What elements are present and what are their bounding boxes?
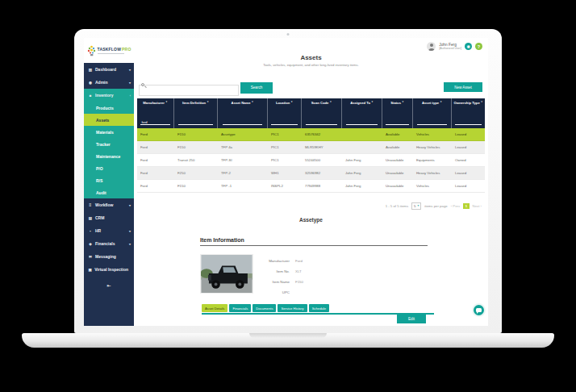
tab-documents[interactable]: Documents (253, 304, 276, 312)
filter-icon[interactable]: ▼ (290, 100, 293, 103)
sidebar-item-hr[interactable]: ▪ HR ▾ (84, 224, 134, 237)
sidebar-item-tracker[interactable]: Tracker (84, 138, 134, 150)
filter-icon[interactable]: ▼ (207, 100, 209, 103)
tab-schedule[interactable]: Schedule (309, 304, 329, 312)
filter-icon[interactable]: ▼ (165, 100, 168, 103)
table-row[interactable]: Ford F250 TFP-2 WH1 32596982 John Ferg U… (137, 167, 485, 180)
field-label: UPC (258, 290, 295, 294)
sidebar-item-materials[interactable]: Materials (84, 126, 134, 138)
field-label: Item Name (258, 280, 295, 284)
user-menu[interactable]: John Ferg [Authorized User] ✱ ? (427, 42, 482, 51)
next-page-button[interactable]: Next › (473, 204, 482, 208)
camera-icon: ▣ (88, 268, 92, 272)
avatar[interactable] (427, 42, 436, 51)
assets-table: Manufacturer▼ Item Definition▼ Asset Nam… (137, 98, 485, 193)
filter-input-asset-name[interactable] (223, 119, 263, 125)
sidebar-item-workflow[interactable]: ⠿ Workflow ▾ (84, 198, 134, 211)
sidebar-item-rs[interactable]: R/S (84, 174, 134, 186)
filter-input-ownership-type[interactable] (455, 119, 482, 125)
help-icon[interactable]: ? (475, 43, 482, 50)
pagination: 1 - 5 of 5 items 5 ▾ items per page ‹ Pr… (386, 202, 482, 210)
filter-icon[interactable]: ▼ (481, 100, 483, 103)
sidebar-item-label: Workflow (95, 202, 127, 207)
filter-input-asset-type[interactable] (417, 119, 448, 125)
filter-icon[interactable]: ▼ (329, 100, 332, 103)
sidebar-item-label: Messaging (95, 254, 128, 259)
tab-asset-details[interactable]: Asset Details (202, 304, 227, 312)
sidebar-item-audit[interactable]: Audit (84, 186, 134, 198)
table-header: Manufacturer▼ Item Definition▼ Asset Nam… (137, 98, 485, 128)
app-logo[interactable]: TASKFLOWPRO (84, 38, 134, 63)
column-header-ownership-type[interactable]: Ownership Type▼ (452, 98, 485, 128)
column-header-asset-name[interactable]: Asset Name▼ (218, 98, 268, 128)
table-row[interactable]: Ford F150 TFP 4a PIC1 MLR59KHY Available… (137, 141, 485, 154)
column-label: Assigned To (350, 101, 370, 105)
sidebar-item-dashboard[interactable]: ▥ Dashboard ▾ (84, 63, 134, 76)
sidebar-collapse-button[interactable]: ⇤ (84, 282, 134, 288)
filter-input-status[interactable] (386, 119, 409, 125)
current-page-button[interactable]: 1 (463, 203, 469, 209)
cell-ownership-type: Owned (452, 158, 485, 162)
cell-manufacturer: Ford (137, 184, 174, 188)
column-header-scan-code[interactable]: Scan Code▼ (302, 98, 342, 128)
new-asset-button[interactable]: New Asset (444, 82, 482, 92)
filter-icon[interactable]: ▼ (371, 100, 374, 103)
field-value: Ford (295, 259, 303, 263)
cell-manufacturer: Ford (137, 171, 174, 175)
table-row[interactable]: Ford F150 TFP -1 INSPL2 77949988 John Fe… (137, 180, 485, 193)
gear-icon[interactable]: ✱ (465, 43, 472, 50)
filter-icon[interactable]: ▼ (440, 100, 442, 103)
cell-item-definition: Transit 250 (174, 158, 218, 162)
webcam-dot (287, 33, 290, 35)
sidebar-item-products[interactable]: Products (84, 102, 134, 114)
column-header-asset-type[interactable]: Asset type▼ (413, 98, 452, 128)
column-header-manufacturer[interactable]: Manufacturer▼ (137, 98, 174, 128)
cell-asset-name: TFP-2 (218, 171, 268, 175)
sidebar-item-assets[interactable]: Assets (84, 114, 134, 126)
column-header-assigned-to[interactable]: Assigned To▼ (342, 98, 382, 128)
sidebar-item-crm[interactable]: ▤ CRM (84, 211, 134, 224)
chat-bubble-icon (476, 308, 482, 312)
sidebar-item-virtual-inspection[interactable]: ▣ Virtual Inspection (84, 263, 134, 276)
filter-input-manufacturer[interactable] (140, 119, 169, 125)
column-header-item-definition[interactable]: Item Definition▼ (174, 98, 218, 128)
user-icon: ◉ (88, 81, 93, 85)
search-button[interactable]: Search (240, 82, 273, 94)
people-icon: ▪ (88, 229, 93, 233)
sidebar-item-inventory[interactable]: ■ Inventory ‹ (84, 89, 134, 102)
chat-fab-button[interactable] (472, 303, 486, 317)
edit-button[interactable]: Edit (397, 315, 426, 323)
sidebar-item-po[interactable]: P/O (84, 162, 134, 174)
tab-financials[interactable]: Financials (229, 304, 251, 312)
filter-input-assigned-to[interactable] (346, 119, 378, 125)
search-input[interactable] (139, 85, 239, 96)
field-row: UPC (258, 287, 379, 298)
column-header-location[interactable]: Location▼ (268, 98, 302, 128)
cell-ownership-type: Leased (452, 171, 485, 175)
filter-input-location[interactable] (271, 119, 298, 125)
item-information-heading: Item Information (200, 237, 428, 246)
filter-icon[interactable]: ▼ (402, 100, 404, 103)
column-label: Asset Name (232, 101, 251, 105)
sidebar-item-maintenance[interactable]: Maintenance (84, 150, 134, 162)
logo-bulb-icon (87, 45, 96, 56)
field-label: Item No. (258, 269, 295, 273)
prev-page-button[interactable]: ‹ Prev (451, 204, 460, 208)
panel-icon: ▤ (88, 216, 93, 220)
filter-icon[interactable]: ▼ (252, 100, 254, 103)
table-row[interactable]: Ford F150 Assetype PIC1 63576342 Availab… (137, 128, 485, 141)
sidebar-item-label: CRM (95, 215, 128, 220)
logo-title-accent: PRO (122, 47, 131, 52)
cell-item-definition: F150 (174, 184, 218, 188)
sidebar-item-messaging[interactable]: ✉ Messaging (84, 250, 134, 263)
filter-input-scan-code[interactable] (306, 119, 337, 125)
filter-input-item-definition[interactable] (178, 119, 213, 125)
chevron-down-icon: ▾ (129, 81, 131, 85)
column-header-status[interactable]: Status▼ (382, 98, 413, 128)
table-row[interactable]: Ford Transit 250 TFP-SI PIC1 55244500 Jo… (137, 154, 485, 167)
sidebar-item-financials[interactable]: ◈ Financials ▾ (84, 237, 134, 250)
page-size-select[interactable]: 5 ▾ (411, 202, 421, 210)
tab-service-history[interactable]: Service History (278, 304, 307, 312)
field-row: Item Name F150 (258, 277, 379, 287)
sidebar-item-admin[interactable]: ◉ Admin ▾ (84, 76, 134, 89)
